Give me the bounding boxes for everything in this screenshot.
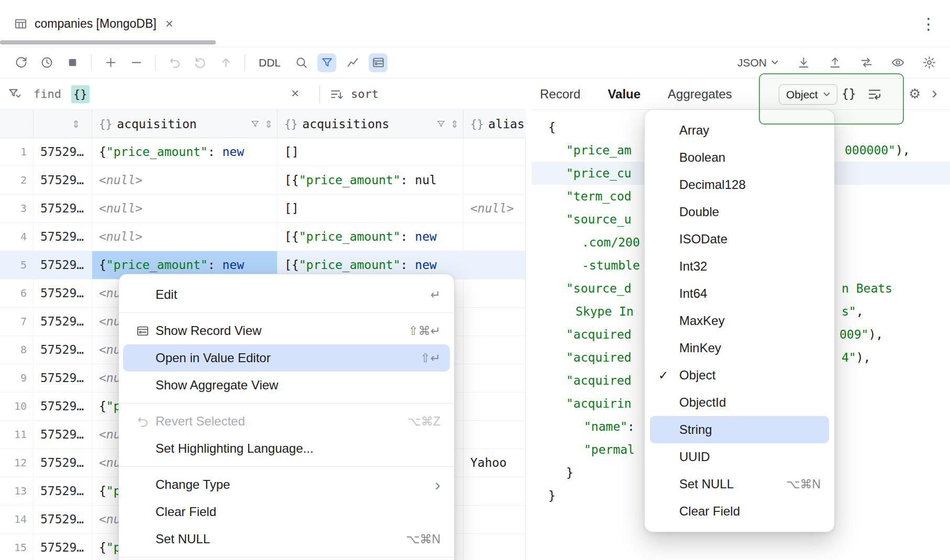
table-row[interactable]: 257529…<null>[{"price_amount": nul	[0, 166, 526, 195]
soft-wrap-icon[interactable]	[867, 86, 882, 102]
menu-item-set-highlighting-language[interactable]: Set Highlighting Language...	[123, 435, 450, 462]
acquisitions-cell[interactable]: []	[278, 138, 463, 166]
type-option-set-null[interactable]: Set NULL⌥⌘N	[650, 471, 829, 498]
acquisitions-cell[interactable]: [{"price_amount": nul	[278, 166, 463, 195]
search-icon[interactable]	[292, 53, 311, 72]
type-option-double[interactable]: Double	[650, 198, 829, 226]
refresh-icon[interactable]	[12, 53, 30, 72]
type-option-minkey[interactable]: MinKey	[650, 334, 829, 362]
row-number-cell[interactable]: 8	[0, 336, 34, 364]
submit-icon[interactable]	[216, 53, 235, 72]
type-option-objectid[interactable]: ObjectId	[650, 389, 829, 416]
id-cell[interactable]: 57529…	[34, 534, 92, 560]
sort-both-icon[interactable]: ⇕	[72, 118, 80, 130]
id-cell[interactable]: 57529…	[34, 393, 92, 421]
acquisitions-cell[interactable]: [{"price_amount": new	[278, 223, 463, 251]
type-option-boolean[interactable]: Boolean	[650, 144, 829, 171]
tab-value[interactable]: Value	[607, 87, 640, 102]
chart-icon[interactable]	[343, 53, 362, 72]
format-selector[interactable]: JSON	[737, 57, 778, 69]
row-number-cell[interactable]: 13	[0, 477, 34, 506]
id-cell[interactable]: 57529…	[34, 421, 92, 449]
add-row-icon[interactable]	[101, 53, 120, 72]
sort-both-icon[interactable]: ⇕	[450, 118, 459, 130]
record-view-icon[interactable]	[369, 53, 388, 72]
alias-cell[interactable]	[463, 534, 525, 560]
gear-icon[interactable]	[920, 53, 938, 72]
alias-cell[interactable]	[463, 138, 525, 166]
type-option-int32[interactable]: Int32	[650, 253, 829, 280]
alias-cell[interactable]	[463, 393, 525, 421]
alias-cell[interactable]	[463, 166, 525, 195]
column-header-acquisitions[interactable]: {} acquisitions ⇕	[278, 110, 463, 138]
type-option-decimal128[interactable]: Decimal128	[650, 171, 829, 198]
id-cell[interactable]: 57529…	[34, 138, 92, 166]
id-cell[interactable]: 57529…	[34, 506, 92, 534]
sort-icon[interactable]	[329, 86, 345, 102]
alias-cell[interactable]	[463, 506, 525, 534]
sort-both-icon[interactable]: ⇕	[264, 118, 273, 130]
tab-scrollbar[interactable]	[0, 40, 216, 44]
row-number-cell[interactable]: 3	[0, 195, 34, 223]
type-option-isodate[interactable]: ISODate	[650, 226, 829, 253]
type-option-array[interactable]: Array	[650, 117, 829, 144]
row-number-cell[interactable]: 1	[0, 138, 34, 166]
gear-icon[interactable]: ⚙	[909, 79, 921, 110]
tab-record[interactable]: Record	[540, 87, 580, 102]
find-input[interactable]: {}	[71, 85, 90, 103]
remove-row-icon[interactable]	[127, 53, 146, 72]
alias-cell[interactable]	[463, 364, 525, 393]
row-number-cell[interactable]: 5	[0, 251, 34, 279]
filter-column-icon[interactable]	[250, 119, 260, 129]
menu-item-clear-field[interactable]: Clear Field	[123, 498, 450, 525]
row-number-cell[interactable]: 14	[0, 506, 34, 534]
id-cell[interactable]: 57529…	[34, 477, 92, 506]
id-cell[interactable]: 57529…	[34, 336, 92, 364]
stop-icon[interactable]	[63, 53, 82, 72]
menu-item-show-record-view[interactable]: Show Record View⇧⌘↵	[123, 317, 450, 344]
filter-icon[interactable]	[7, 86, 23, 102]
ddl-button[interactable]: DDL	[259, 57, 281, 69]
filter-rows-icon[interactable]	[317, 53, 336, 72]
alias-cell[interactable]	[463, 308, 525, 336]
panel-divider[interactable]	[525, 110, 526, 560]
menu-item-show-aggregate-view[interactable]: Show Aggregate View	[123, 372, 450, 399]
row-number-cell[interactable]: 15	[0, 534, 34, 560]
acquisitions-cell[interactable]: []	[278, 195, 463, 223]
id-cell[interactable]: 57529…	[34, 195, 92, 223]
eye-icon[interactable]	[888, 53, 907, 72]
close-icon[interactable]: ×	[165, 16, 173, 32]
row-number-cell[interactable]: 9	[0, 364, 34, 393]
id-cell[interactable]: 57529…	[34, 308, 92, 336]
acquisition-cell[interactable]: <null>	[92, 195, 278, 223]
tab-aggregates[interactable]: Aggregates	[668, 87, 732, 102]
alias-cell[interactable]	[463, 477, 525, 506]
id-cell[interactable]: 57529…	[34, 449, 92, 477]
filter-column-icon[interactable]	[436, 119, 446, 129]
id-cell[interactable]: 57529…	[34, 223, 92, 251]
row-number-cell[interactable]: 7	[0, 308, 34, 336]
alias-cell[interactable]	[463, 336, 525, 364]
menu-item-open-in-value-editor[interactable]: Open in Value Editor⇧↵	[123, 344, 450, 372]
table-row[interactable]: 457529…<null>[{"price_amount": new	[0, 223, 526, 251]
menu-item-edit[interactable]: Edit↵	[123, 281, 450, 308]
acquisition-cell[interactable]: <null>	[92, 223, 278, 251]
clear-filter-icon[interactable]: ×	[291, 79, 299, 110]
history-icon[interactable]	[37, 53, 56, 72]
table-row[interactable]: 357529…<null>[]<null>	[0, 195, 526, 223]
type-option-maxkey[interactable]: MaxKey	[650, 307, 829, 334]
compare-icon[interactable]	[857, 53, 876, 72]
type-option-clear-field[interactable]: Clear Field	[650, 498, 829, 525]
alias-cell[interactable]	[463, 223, 525, 251]
column-header-alias[interactable]: {} alias	[463, 110, 525, 138]
chevron-right-icon[interactable]: ›	[932, 79, 937, 110]
column-header-acquisition[interactable]: {} acquisition ⇕	[92, 110, 278, 138]
alias-cell[interactable]: <null>	[463, 195, 525, 223]
table-row[interactable]: 157529…{"price_amount": new[]	[0, 138, 526, 166]
rollback-icon[interactable]	[191, 53, 209, 72]
row-number-cell[interactable]: 12	[0, 449, 34, 477]
menu-item-set-null[interactable]: Set NULL⌥⌘N	[123, 525, 450, 553]
row-number-cell[interactable]: 6	[0, 279, 34, 308]
alias-cell[interactable]: Yahoo	[463, 449, 525, 477]
download-icon[interactable]	[794, 53, 813, 72]
